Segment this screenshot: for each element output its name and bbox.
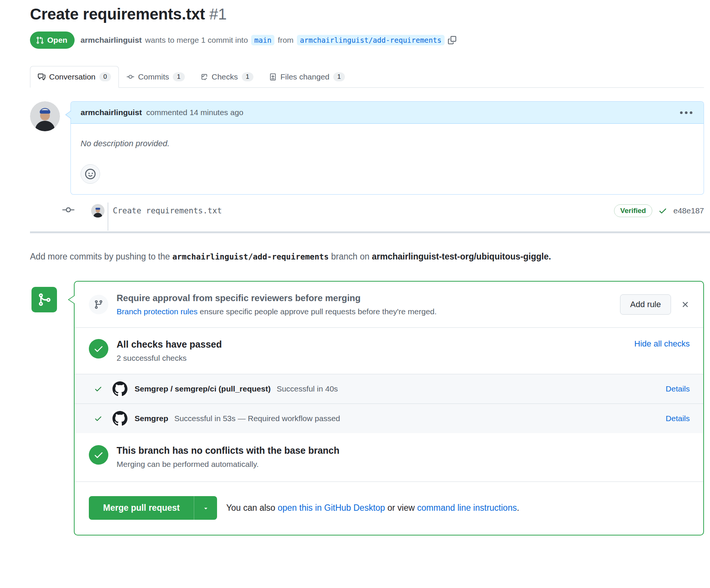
git-merge-icon — [31, 287, 57, 312]
no-conflicts-row: This branch has no conflicts with the ba… — [75, 433, 703, 482]
no-conflicts-icon — [89, 445, 108, 465]
commit-sha[interactable]: e48e187 — [673, 206, 704, 215]
merge-pull-request-split-button: Merge pull request — [89, 496, 217, 520]
check-status: Successful in 53s — Required workflow pa… — [174, 414, 340, 423]
command-line-instructions-link[interactable]: command line instructions — [417, 503, 517, 513]
tab-files-changed-count: 1 — [333, 72, 345, 81]
pr-title-text: Create requirements.txt — [30, 5, 205, 23]
commit-meta: Verified e48e187 — [614, 204, 704, 217]
section-divider — [30, 231, 710, 233]
tab-files-changed-label: Files changed — [280, 72, 330, 81]
comment-options-button[interactable] — [679, 110, 694, 116]
tab-conversation[interactable]: Conversation 0 — [30, 66, 119, 88]
merge-box-caret — [68, 295, 75, 304]
protection-title: Require approval from specific reviewers… — [117, 293, 620, 303]
check-details-link[interactable]: Details — [666, 414, 690, 423]
tab-checks-label: Checks — [212, 72, 238, 81]
check-name: Semgrep — [135, 414, 168, 423]
git-commit-icon — [127, 73, 134, 81]
tab-conversation-count: 0 — [99, 72, 111, 81]
comment-discussion-icon — [38, 73, 45, 81]
comment-author[interactable]: armchairlinguist — [81, 108, 142, 117]
push-note-prefix: Add more commits by pushing to the — [30, 252, 172, 261]
page-title: Create requirements.txt #1 — [30, 5, 704, 23]
comment-timestamp[interactable]: 14 minutes ago — [190, 108, 244, 117]
tab-checks[interactable]: Checks 1 — [193, 66, 262, 88]
check-row-semgrep: Semgrep Successful in 53s — Required wor… — [75, 404, 703, 433]
comment-caret — [65, 111, 71, 119]
comment-body: No description provided. — [71, 124, 704, 194]
checks-passed-icon — [89, 339, 108, 358]
verified-badge[interactable]: Verified — [614, 204, 653, 217]
checklist-icon — [201, 73, 208, 81]
add-rule-button[interactable]: Add rule — [620, 294, 671, 315]
check-details-link[interactable]: Details — [666, 384, 690, 393]
commit-row: Create requirements.txt Verified e48e187 — [30, 203, 704, 219]
checks-summary-subtitle: 2 successful checks — [117, 354, 634, 363]
checks-summary-title: All checks have passed — [117, 339, 634, 350]
pr-status-label: Open — [47, 36, 67, 45]
tab-checks-count: 1 — [242, 72, 253, 81]
commit-message[interactable]: Create requirements.txt — [113, 206, 222, 215]
copy-branch-button[interactable] — [448, 36, 456, 44]
mark-github-icon — [112, 411, 128, 426]
conversation-timeline: armchairlinguist commented 14 minutes ag… — [30, 101, 704, 219]
no-conflicts-subtitle: Merging can be performed automatically. — [117, 460, 690, 469]
merge-bar: Merge pull request You can also open thi… — [75, 482, 703, 535]
comment-header: armchairlinguist commented 14 minutes ag… — [71, 102, 704, 124]
pr-meta-row: Open armchairlinguist wants to merge 1 c… — [30, 32, 704, 49]
check-success-icon — [94, 385, 102, 393]
push-note-middle: branch on — [329, 252, 372, 261]
tab-commits-label: Commits — [138, 72, 169, 81]
check-status: Successful in 40s — [277, 384, 338, 393]
copy-icon — [448, 36, 456, 44]
head-branch-label[interactable]: armchairlinguist/add-requirements — [297, 35, 445, 45]
file-diff-icon — [269, 73, 277, 81]
git-branch-icon — [89, 295, 108, 314]
close-icon[interactable] — [681, 300, 690, 309]
commit-author-avatar[interactable] — [91, 204, 105, 218]
push-note: Add more commits by pushing to the armch… — [30, 249, 652, 264]
git-pull-request-icon — [36, 36, 44, 44]
merge-box: Require approval from specific reviewers… — [74, 281, 704, 536]
triangle-down-icon — [202, 505, 209, 512]
protection-description: ensure specific people approve pull requ… — [198, 307, 437, 316]
branch-protection-rules-link[interactable]: Branch protection rules — [117, 307, 198, 316]
base-branch-label[interactable]: main — [251, 35, 274, 45]
merge-alternatives-text: You can also open this in GitHub Desktop… — [226, 503, 519, 513]
push-note-repo: armchairlinguist-test-org/ubiquitous-gig… — [372, 252, 549, 261]
or-view-text: or view — [385, 503, 417, 513]
hide-all-checks-link[interactable]: Hide all checks — [634, 339, 690, 349]
checks-summary-row: All checks have passed 2 successful chec… — [75, 328, 703, 374]
push-note-branch: armchairlinguist/add-requirements — [172, 252, 329, 261]
period-text: . — [517, 503, 519, 513]
pr-summary-text: wants to merge 1 commit into — [145, 36, 248, 45]
tab-files-changed[interactable]: Files changed 1 — [261, 66, 353, 88]
mark-github-icon — [112, 381, 128, 397]
github-desktop-link[interactable]: open this in GitHub Desktop — [278, 503, 385, 513]
pr-author: armchairlinguist — [81, 36, 142, 45]
merge-options-dropdown[interactable] — [194, 496, 217, 520]
push-note-suffix: . — [549, 252, 551, 261]
also-text: You can also — [226, 503, 277, 513]
comment-action: commented — [146, 108, 187, 117]
comment-card: armchairlinguist commented 14 minutes ag… — [70, 101, 704, 195]
comment-text: No description provided. — [81, 139, 694, 148]
check-row-semgrep-ci: Semgrep / semgrep/ci (pull_request) Succ… — [75, 374, 703, 404]
no-conflicts-title: This branch has no conflicts with the ba… — [117, 445, 690, 456]
add-reaction-button[interactable] — [81, 164, 100, 184]
user-avatar-image — [30, 101, 60, 131]
pr-status-badge: Open — [30, 32, 75, 49]
avatar[interactable] — [30, 101, 60, 131]
tab-commits-count: 1 — [173, 72, 184, 81]
check-icon — [658, 206, 667, 215]
git-commit-icon — [61, 203, 77, 219]
branch-protection-row: Require approval from specific reviewers… — [75, 282, 703, 328]
check-success-icon — [94, 414, 102, 423]
pr-number: #1 — [209, 5, 226, 23]
check-name: Semgrep / semgrep/ci (pull_request) — [135, 384, 271, 393]
tab-commits[interactable]: Commits 1 — [119, 66, 192, 88]
merge-pull-request-button[interactable]: Merge pull request — [89, 496, 194, 520]
pr-page: Create requirements.txt #1 Open armchair… — [0, 0, 710, 536]
merge-status-area: Require approval from specific reviewers… — [30, 281, 704, 536]
